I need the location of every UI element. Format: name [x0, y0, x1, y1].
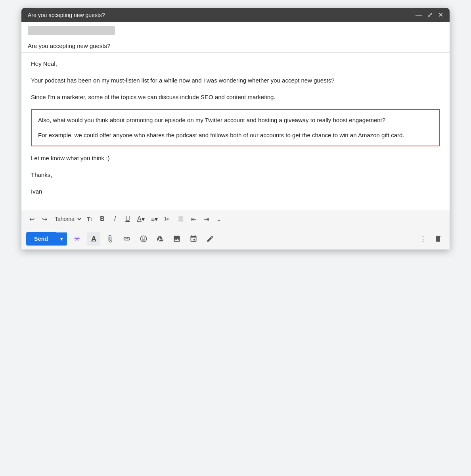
- delete-draft-button[interactable]: [431, 232, 445, 246]
- paragraph-1: Your podcast has been on my must-listen …: [31, 76, 440, 85]
- bottom-toolbar: Send ▾ ✳ A: [21, 228, 450, 250]
- email-compose-window: Are you accepting new guests? — ⤢ ✕ Are …: [21, 8, 450, 250]
- highlighted-section: Also, what would you think about promoti…: [31, 109, 440, 146]
- font-selector[interactable]: Tahoma: [52, 215, 82, 223]
- closing-2: Thanks,: [31, 170, 440, 180]
- recipient-row: [21, 22, 450, 39]
- indent-less-button[interactable]: ⇤: [188, 213, 199, 225]
- formatting-toolbar: ↩ ↪ Tahoma T↕ B I U A▾ ≡▾ 1̲≡ ☰ ⇤ ⇥ ⌄: [21, 210, 450, 228]
- email-body: Hey Neal, Your podcast has been on my mu…: [21, 53, 450, 210]
- indent-more-button[interactable]: ⇥: [201, 213, 212, 225]
- subject-row: Are you accepting new guests?: [21, 39, 450, 53]
- insert-photo-button[interactable]: [170, 232, 184, 246]
- text-color-button[interactable]: A▾: [135, 213, 147, 225]
- more-options-button[interactable]: ⋮: [416, 232, 430, 246]
- signature-button[interactable]: [203, 232, 217, 246]
- emoji-button[interactable]: [137, 232, 150, 246]
- insert-link-button[interactable]: [120, 232, 134, 246]
- greeting: Hey Neal,: [31, 59, 440, 69]
- align-button[interactable]: ≡▾: [149, 213, 160, 225]
- recipient-field[interactable]: [28, 26, 115, 35]
- close-button[interactable]: ✕: [438, 12, 443, 18]
- titlebar-controls: — ⤢ ✕: [415, 12, 443, 18]
- closing-3: Ivan: [31, 187, 440, 196]
- send-dropdown-button[interactable]: ▾: [56, 232, 67, 246]
- bullet-list-button[interactable]: ☰: [175, 213, 186, 225]
- redo-button[interactable]: ↪: [39, 213, 50, 225]
- more-formatting-button[interactable]: ⌄: [213, 213, 224, 225]
- highlighted-paragraph-1: Also, what would you think about promoti…: [38, 115, 433, 125]
- minimize-button[interactable]: —: [415, 12, 422, 18]
- italic-button[interactable]: I: [109, 213, 121, 225]
- window-title: Are you accepting new guests?: [28, 12, 105, 18]
- underline-button[interactable]: U: [122, 213, 133, 225]
- font-size-button[interactable]: T↕: [84, 213, 95, 225]
- highlighted-paragraph-2: For example, we could offer anyone who s…: [38, 131, 433, 140]
- titlebar: Are you accepting new guests? — ⤢ ✕: [21, 8, 450, 22]
- send-button[interactable]: Send: [26, 232, 56, 246]
- bottom-toolbar-right: ⋮: [416, 232, 445, 246]
- google-drive-button[interactable]: [153, 232, 167, 246]
- closing-1: Let me know what you think :): [31, 154, 440, 163]
- send-button-group: Send ▾: [26, 232, 67, 246]
- svg-text:1̲≡: 1̲≡: [164, 217, 169, 221]
- subject-text: Are you accepting new guests?: [28, 42, 110, 49]
- paragraph-2: Since I'm a marketer, some of the topics…: [31, 92, 440, 102]
- attach-file-button[interactable]: [103, 232, 117, 246]
- bold-button[interactable]: B: [97, 213, 108, 225]
- undo-button[interactable]: ↩: [26, 213, 37, 225]
- format-text-button[interactable]: A: [87, 232, 100, 246]
- expand-button[interactable]: ⤢: [427, 12, 433, 18]
- numbered-list-button[interactable]: 1̲≡: [162, 213, 174, 225]
- ai-sparkle-button[interactable]: ✳: [70, 232, 84, 246]
- schedule-send-button[interactable]: [187, 232, 200, 246]
